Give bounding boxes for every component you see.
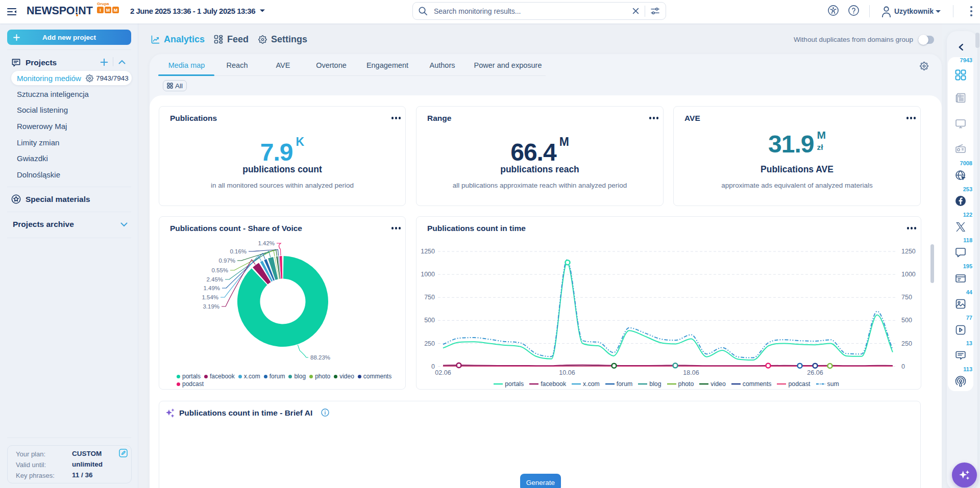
svg-text:1.49%: 1.49% xyxy=(203,285,220,291)
svg-text:10.06: 10.06 xyxy=(559,369,575,376)
svg-text:1250: 1250 xyxy=(421,248,435,255)
svg-text:750: 750 xyxy=(424,294,435,301)
svg-text:1250: 1250 xyxy=(901,248,916,255)
svg-text:26.06: 26.06 xyxy=(807,369,823,376)
svg-text:0.55%: 0.55% xyxy=(211,267,228,273)
svg-text:1000: 1000 xyxy=(421,271,435,278)
svg-text:750: 750 xyxy=(901,294,912,301)
svg-text:500: 500 xyxy=(424,317,435,324)
svg-text:250: 250 xyxy=(901,340,912,347)
svg-text:500: 500 xyxy=(901,317,912,324)
svg-text:0.16%: 0.16% xyxy=(230,248,247,254)
svg-text:18.06: 18.06 xyxy=(683,369,699,376)
svg-text:250: 250 xyxy=(424,340,435,347)
svg-text:02.06: 02.06 xyxy=(435,369,451,376)
svg-text:1000: 1000 xyxy=(901,271,916,278)
svg-text:3.19%: 3.19% xyxy=(203,303,219,310)
svg-text:88.23%: 88.23% xyxy=(310,354,330,361)
svg-text:0: 0 xyxy=(901,363,905,370)
svg-text:0: 0 xyxy=(431,363,435,370)
svg-text:1.42%: 1.42% xyxy=(258,240,275,246)
svg-text:0.97%: 0.97% xyxy=(218,258,235,264)
svg-text:1.54%: 1.54% xyxy=(202,294,218,300)
svg-text:2.45%: 2.45% xyxy=(206,276,223,282)
